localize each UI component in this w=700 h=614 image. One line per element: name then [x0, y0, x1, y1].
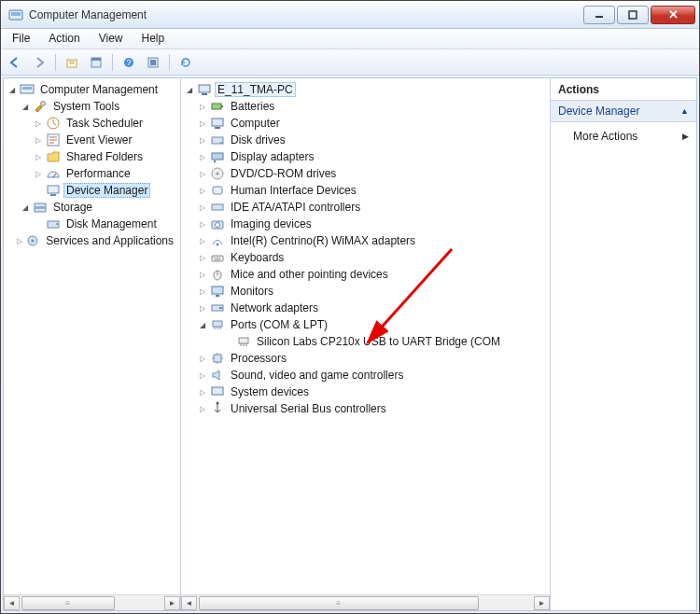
dev-dvd[interactable]: DVD/CD-ROM drives: [183, 165, 550, 182]
device-root[interactable]: E_11_TMA-PC: [183, 81, 550, 98]
back-button[interactable]: [5, 52, 25, 73]
tree-storage[interactable]: Storage: [6, 199, 180, 216]
expander-icon[interactable]: [196, 402, 209, 415]
tree-system-tools[interactable]: System Tools: [6, 98, 180, 115]
device-mgr-icon: [46, 183, 61, 198]
scroll-right-icon[interactable]: ►: [164, 596, 180, 610]
dev-computer[interactable]: Computer: [183, 115, 550, 132]
expander-icon[interactable]: [32, 150, 45, 163]
dev-sound[interactable]: Sound, video and game controllers: [183, 367, 550, 384]
expander-icon[interactable]: [183, 83, 196, 96]
scroll-left-icon[interactable]: ◄: [181, 596, 197, 610]
menu-help[interactable]: Help: [133, 29, 175, 49]
collapse-icon[interactable]: ▲: [680, 106, 689, 116]
menu-file[interactable]: File: [3, 29, 39, 49]
actions-section[interactable]: Device Manager ▲: [551, 101, 696, 122]
expander-icon[interactable]: [196, 217, 209, 230]
expander-icon[interactable]: [196, 150, 209, 163]
help-button[interactable]: ?: [119, 52, 139, 73]
dev-disk-drives[interactable]: Disk drives: [183, 132, 550, 148]
svg-rect-28: [212, 119, 223, 126]
svg-rect-6: [91, 58, 101, 61]
svg-rect-24: [199, 85, 210, 92]
dev-ports-child[interactable]: Silicon Labs CP210x USB to UART Bridge (…: [183, 333, 550, 350]
close-button[interactable]: ✕: [651, 6, 695, 24]
scroll-right-icon[interactable]: ►: [534, 596, 550, 610]
up-button[interactable]: [62, 52, 82, 73]
expander-icon[interactable]: [196, 268, 209, 281]
dev-network[interactable]: Network adapters: [183, 300, 550, 316]
menu-action[interactable]: Action: [39, 29, 89, 49]
properties-button[interactable]: [86, 52, 106, 73]
dev-monitors[interactable]: Monitors: [183, 283, 550, 300]
tree-device-manager[interactable]: Device Manager: [6, 182, 180, 199]
expander-icon[interactable]: [19, 201, 32, 214]
tree-event-viewer[interactable]: Event Viewer: [6, 132, 180, 148]
expander-icon[interactable]: [32, 133, 45, 147]
expander-icon[interactable]: [196, 301, 209, 314]
console-tree-pane: Computer Management System Tools Task Sc…: [4, 78, 181, 610]
left-h-scrollbar[interactable]: ◄ ≡ ►: [4, 594, 180, 610]
content-area: Computer Management System Tools Task Sc…: [3, 77, 697, 611]
scroll-thumb[interactable]: ≡: [21, 596, 115, 610]
dev-mice[interactable]: Mice and other pointing devices: [183, 266, 550, 283]
minimize-button[interactable]: [583, 6, 615, 24]
dev-keyboards[interactable]: Keyboards: [183, 249, 550, 266]
dev-usb[interactable]: Universal Serial Bus controllers: [183, 400, 550, 417]
expander-icon[interactable]: [196, 100, 209, 113]
expander-icon[interactable]: [196, 385, 209, 398]
svg-rect-49: [239, 338, 248, 343]
disk-icon: [46, 216, 61, 231]
tree-shared-folders[interactable]: Shared Folders: [6, 148, 180, 165]
scroll-thumb[interactable]: ≡: [199, 596, 479, 610]
svg-rect-16: [48, 186, 59, 193]
refresh-button[interactable]: [175, 52, 196, 73]
menubar: File Action View Help: [1, 29, 699, 49]
dev-processors[interactable]: Processors: [183, 350, 550, 367]
tree-label: System devices: [231, 385, 309, 398]
expander-icon[interactable]: [196, 285, 209, 298]
scroll-left-icon[interactable]: ◄: [4, 596, 20, 610]
expander-icon[interactable]: [6, 83, 19, 96]
maximize-button[interactable]: [617, 6, 649, 24]
expander-icon[interactable]: [15, 234, 24, 247]
dev-hid[interactable]: Human Interface Devices: [183, 182, 550, 199]
expander-icon[interactable]: [196, 117, 209, 130]
dev-ports[interactable]: Ports (COM & LPT): [183, 316, 550, 333]
device-tree[interactable]: E_11_TMA-PC Batteries Computer Disk driv…: [181, 78, 550, 594]
tree-disk-management[interactable]: Disk Management: [6, 216, 180, 232]
expander-icon[interactable]: [196, 369, 209, 382]
dev-imaging[interactable]: Imaging devices: [183, 216, 550, 232]
tree-root[interactable]: Computer Management: [6, 81, 180, 98]
show-hide-button[interactable]: [143, 52, 163, 73]
dev-wimax[interactable]: Intel(R) Centrino(R) WiMAX adapters: [183, 232, 550, 249]
services-icon: [25, 233, 40, 248]
dev-ide[interactable]: IDE ATA/ATAPI controllers: [183, 199, 550, 216]
tree-performance[interactable]: Performance: [6, 165, 180, 182]
dev-batteries[interactable]: Batteries: [183, 98, 550, 115]
expander-icon[interactable]: [32, 167, 45, 180]
dev-display[interactable]: Display adapters: [183, 148, 550, 165]
titlebar[interactable]: Computer Management ✕: [1, 1, 699, 29]
tree-task-scheduler[interactable]: Task Scheduler: [6, 115, 180, 132]
expander-icon[interactable]: [196, 318, 209, 331]
center-h-scrollbar[interactable]: ◄ ≡ ►: [181, 594, 550, 610]
tools-icon: [33, 99, 48, 114]
expander-icon[interactable]: [196, 352, 209, 365]
tree-label: Sound, video and game controllers: [231, 369, 403, 382]
expander-icon[interactable]: [19, 100, 32, 113]
svg-point-39: [216, 223, 220, 228]
expander-icon[interactable]: [196, 184, 209, 197]
menu-view[interactable]: View: [90, 29, 133, 49]
expander-icon[interactable]: [196, 234, 209, 247]
expander-icon[interactable]: [196, 133, 209, 147]
expander-icon[interactable]: [196, 167, 209, 180]
dev-system[interactable]: System devices: [183, 384, 550, 400]
tree-services-apps[interactable]: Services and Applications: [6, 232, 180, 249]
forward-button[interactable]: [29, 52, 49, 73]
console-tree[interactable]: Computer Management System Tools Task Sc…: [4, 78, 180, 594]
expander-icon[interactable]: [196, 201, 209, 214]
expander-icon[interactable]: [196, 251, 209, 264]
expander-icon[interactable]: [32, 117, 45, 130]
actions-more[interactable]: More Actions ▶: [551, 122, 696, 150]
